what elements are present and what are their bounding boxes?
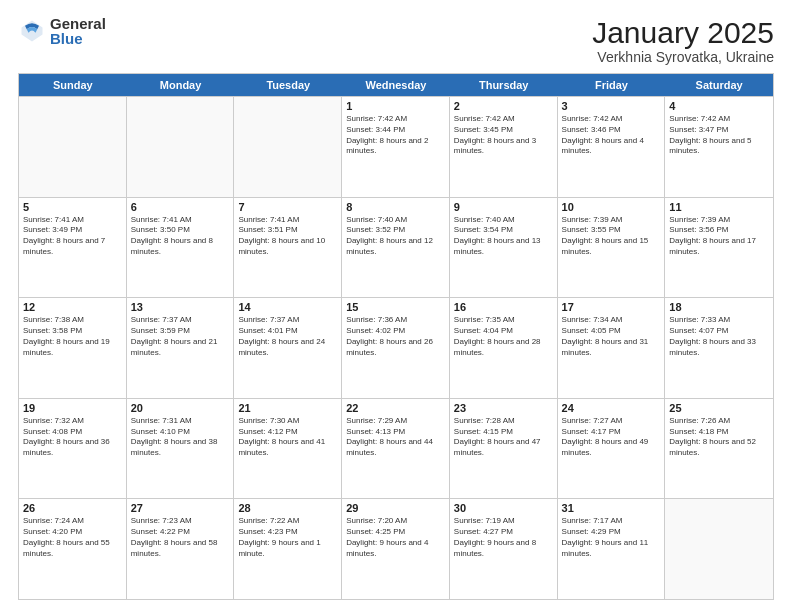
table-row: 6Sunrise: 7:41 AM Sunset: 3:50 PM Daylig…	[127, 198, 235, 298]
day-header-friday: Friday	[558, 74, 666, 96]
day-number: 11	[669, 201, 769, 213]
table-row: 22Sunrise: 7:29 AM Sunset: 4:13 PM Dayli…	[342, 399, 450, 499]
day-number: 6	[131, 201, 230, 213]
day-content: Sunrise: 7:26 AM Sunset: 4:18 PM Dayligh…	[669, 416, 769, 459]
table-row	[665, 499, 773, 599]
day-content: Sunrise: 7:38 AM Sunset: 3:58 PM Dayligh…	[23, 315, 122, 358]
day-header-monday: Monday	[127, 74, 235, 96]
day-content: Sunrise: 7:42 AM Sunset: 3:47 PM Dayligh…	[669, 114, 769, 157]
day-content: Sunrise: 7:19 AM Sunset: 4:27 PM Dayligh…	[454, 516, 553, 559]
day-number: 29	[346, 502, 445, 514]
table-row: 24Sunrise: 7:27 AM Sunset: 4:17 PM Dayli…	[558, 399, 666, 499]
day-content: Sunrise: 7:29 AM Sunset: 4:13 PM Dayligh…	[346, 416, 445, 459]
day-content: Sunrise: 7:42 AM Sunset: 3:44 PM Dayligh…	[346, 114, 445, 157]
day-content: Sunrise: 7:37 AM Sunset: 3:59 PM Dayligh…	[131, 315, 230, 358]
table-row: 3Sunrise: 7:42 AM Sunset: 3:46 PM Daylig…	[558, 97, 666, 197]
table-row: 8Sunrise: 7:40 AM Sunset: 3:52 PM Daylig…	[342, 198, 450, 298]
day-number: 26	[23, 502, 122, 514]
day-content: Sunrise: 7:35 AM Sunset: 4:04 PM Dayligh…	[454, 315, 553, 358]
day-header-thursday: Thursday	[450, 74, 558, 96]
table-row: 18Sunrise: 7:33 AM Sunset: 4:07 PM Dayli…	[665, 298, 773, 398]
calendar: SundayMondayTuesdayWednesdayThursdayFrid…	[18, 73, 774, 600]
table-row: 10Sunrise: 7:39 AM Sunset: 3:55 PM Dayli…	[558, 198, 666, 298]
table-row: 9Sunrise: 7:40 AM Sunset: 3:54 PM Daylig…	[450, 198, 558, 298]
table-row: 21Sunrise: 7:30 AM Sunset: 4:12 PM Dayli…	[234, 399, 342, 499]
day-number: 15	[346, 301, 445, 313]
day-content: Sunrise: 7:33 AM Sunset: 4:07 PM Dayligh…	[669, 315, 769, 358]
table-row: 28Sunrise: 7:22 AM Sunset: 4:23 PM Dayli…	[234, 499, 342, 599]
day-number: 3	[562, 100, 661, 112]
day-content: Sunrise: 7:41 AM Sunset: 3:51 PM Dayligh…	[238, 215, 337, 258]
day-content: Sunrise: 7:31 AM Sunset: 4:10 PM Dayligh…	[131, 416, 230, 459]
day-number: 19	[23, 402, 122, 414]
day-header-sunday: Sunday	[19, 74, 127, 96]
day-content: Sunrise: 7:40 AM Sunset: 3:52 PM Dayligh…	[346, 215, 445, 258]
table-row	[127, 97, 235, 197]
day-header-wednesday: Wednesday	[342, 74, 450, 96]
day-content: Sunrise: 7:37 AM Sunset: 4:01 PM Dayligh…	[238, 315, 337, 358]
day-content: Sunrise: 7:34 AM Sunset: 4:05 PM Dayligh…	[562, 315, 661, 358]
table-row: 13Sunrise: 7:37 AM Sunset: 3:59 PM Dayli…	[127, 298, 235, 398]
logo-general-text: General	[50, 16, 106, 31]
logo: General Blue	[18, 16, 106, 46]
day-content: Sunrise: 7:41 AM Sunset: 3:49 PM Dayligh…	[23, 215, 122, 258]
table-row: 5Sunrise: 7:41 AM Sunset: 3:49 PM Daylig…	[19, 198, 127, 298]
logo-icon	[18, 17, 46, 45]
table-row: 14Sunrise: 7:37 AM Sunset: 4:01 PM Dayli…	[234, 298, 342, 398]
calendar-week-4: 19Sunrise: 7:32 AM Sunset: 4:08 PM Dayli…	[19, 398, 773, 499]
table-row: 12Sunrise: 7:38 AM Sunset: 3:58 PM Dayli…	[19, 298, 127, 398]
calendar-week-2: 5Sunrise: 7:41 AM Sunset: 3:49 PM Daylig…	[19, 197, 773, 298]
title-block: January 2025 Verkhnia Syrovatka, Ukraine	[592, 16, 774, 65]
day-content: Sunrise: 7:24 AM Sunset: 4:20 PM Dayligh…	[23, 516, 122, 559]
day-number: 1	[346, 100, 445, 112]
calendar-header: SundayMondayTuesdayWednesdayThursdayFrid…	[19, 74, 773, 96]
day-content: Sunrise: 7:42 AM Sunset: 3:46 PM Dayligh…	[562, 114, 661, 157]
table-row: 27Sunrise: 7:23 AM Sunset: 4:22 PM Dayli…	[127, 499, 235, 599]
day-number: 24	[562, 402, 661, 414]
day-number: 13	[131, 301, 230, 313]
day-number: 23	[454, 402, 553, 414]
table-row: 25Sunrise: 7:26 AM Sunset: 4:18 PM Dayli…	[665, 399, 773, 499]
table-row	[234, 97, 342, 197]
day-content: Sunrise: 7:23 AM Sunset: 4:22 PM Dayligh…	[131, 516, 230, 559]
day-number: 30	[454, 502, 553, 514]
table-row: 30Sunrise: 7:19 AM Sunset: 4:27 PM Dayli…	[450, 499, 558, 599]
day-number: 14	[238, 301, 337, 313]
day-number: 9	[454, 201, 553, 213]
calendar-week-5: 26Sunrise: 7:24 AM Sunset: 4:20 PM Dayli…	[19, 498, 773, 599]
day-number: 2	[454, 100, 553, 112]
day-content: Sunrise: 7:32 AM Sunset: 4:08 PM Dayligh…	[23, 416, 122, 459]
calendar-title: January 2025	[592, 16, 774, 49]
table-row: 20Sunrise: 7:31 AM Sunset: 4:10 PM Dayli…	[127, 399, 235, 499]
day-content: Sunrise: 7:41 AM Sunset: 3:50 PM Dayligh…	[131, 215, 230, 258]
day-number: 31	[562, 502, 661, 514]
table-row: 23Sunrise: 7:28 AM Sunset: 4:15 PM Dayli…	[450, 399, 558, 499]
table-row: 19Sunrise: 7:32 AM Sunset: 4:08 PM Dayli…	[19, 399, 127, 499]
day-number: 4	[669, 100, 769, 112]
logo-blue-text: Blue	[50, 31, 106, 46]
day-content: Sunrise: 7:42 AM Sunset: 3:45 PM Dayligh…	[454, 114, 553, 157]
calendar-week-3: 12Sunrise: 7:38 AM Sunset: 3:58 PM Dayli…	[19, 297, 773, 398]
day-number: 27	[131, 502, 230, 514]
day-number: 12	[23, 301, 122, 313]
day-content: Sunrise: 7:39 AM Sunset: 3:55 PM Dayligh…	[562, 215, 661, 258]
page: General Blue January 2025 Verkhnia Syrov…	[0, 0, 792, 612]
day-number: 25	[669, 402, 769, 414]
day-number: 10	[562, 201, 661, 213]
calendar-week-1: 1Sunrise: 7:42 AM Sunset: 3:44 PM Daylig…	[19, 96, 773, 197]
header: General Blue January 2025 Verkhnia Syrov…	[18, 16, 774, 65]
table-row: 7Sunrise: 7:41 AM Sunset: 3:51 PM Daylig…	[234, 198, 342, 298]
day-number: 7	[238, 201, 337, 213]
table-row: 26Sunrise: 7:24 AM Sunset: 4:20 PM Dayli…	[19, 499, 127, 599]
calendar-subtitle: Verkhnia Syrovatka, Ukraine	[592, 49, 774, 65]
calendar-body: 1Sunrise: 7:42 AM Sunset: 3:44 PM Daylig…	[19, 96, 773, 599]
day-content: Sunrise: 7:22 AM Sunset: 4:23 PM Dayligh…	[238, 516, 337, 559]
table-row	[19, 97, 127, 197]
table-row: 11Sunrise: 7:39 AM Sunset: 3:56 PM Dayli…	[665, 198, 773, 298]
day-number: 16	[454, 301, 553, 313]
day-number: 22	[346, 402, 445, 414]
table-row: 31Sunrise: 7:17 AM Sunset: 4:29 PM Dayli…	[558, 499, 666, 599]
day-content: Sunrise: 7:39 AM Sunset: 3:56 PM Dayligh…	[669, 215, 769, 258]
table-row: 15Sunrise: 7:36 AM Sunset: 4:02 PM Dayli…	[342, 298, 450, 398]
day-header-saturday: Saturday	[665, 74, 773, 96]
